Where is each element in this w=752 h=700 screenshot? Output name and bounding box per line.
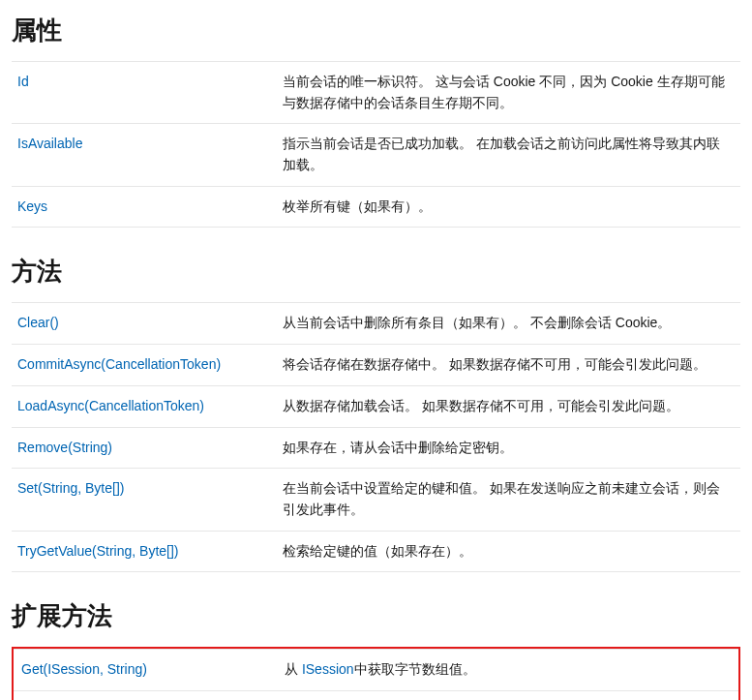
extensions-table: Get(ISession, String) 从 ISession中获取字节数组值… xyxy=(14,649,738,700)
property-link[interactable]: IsAvailable xyxy=(17,136,82,151)
method-link[interactable]: LoadAsync(CancellationToken) xyxy=(17,398,204,413)
property-desc: 指示当前会话是否已成功加载。 在加载会话之前访问此属性将导致其内联加载。 xyxy=(283,124,740,186)
isession-link[interactable]: ISession xyxy=(302,661,354,677)
table-row: Id 当前会话的唯一标识符。 这与会话 Cookie 不同，因为 Cookie … xyxy=(12,62,740,124)
table-row: Remove(String) 如果存在，请从会话中删除给定密钥。 xyxy=(12,427,740,469)
method-desc: 如果存在，请从会话中删除给定密钥。 xyxy=(283,427,740,469)
table-row: Clear() 从当前会话中删除所有条目（如果有）。 不会删除会话 Cookie… xyxy=(12,303,740,345)
method-link[interactable]: Set(String, Byte[]) xyxy=(17,480,124,496)
extension-link[interactable]: Get(ISession, String) xyxy=(21,661,147,677)
table-row: Set(String, Byte[]) 在当前会话中设置给定的键和值。 如果在发… xyxy=(12,469,740,531)
method-desc: 在当前会话中设置给定的键和值。 如果在发送响应之前未建立会话，则会引发此事件。 xyxy=(283,469,740,531)
extension-desc: 从 ISession中获取字节数组值。 xyxy=(285,650,738,691)
method-desc: 从数据存储加载会话。 如果数据存储不可用，可能会引发此问题。 xyxy=(283,385,740,427)
table-row: LoadAsync(CancellationToken) 从数据存储加载会话。 … xyxy=(12,385,740,427)
property-link[interactable]: Id xyxy=(17,74,29,89)
extension-desc: 从 ISession中获取 int 值。 xyxy=(285,690,738,700)
method-link[interactable]: CommitAsync(CancellationToken) xyxy=(17,356,221,372)
properties-table: Id 当前会话的唯一标识符。 这与会话 Cookie 不同，因为 Cookie … xyxy=(12,61,740,228)
table-row: IsAvailable 指示当前会话是否已成功加载。 在加载会话之前访问此属性将… xyxy=(12,124,740,186)
property-desc: 枚举所有键（如果有）。 xyxy=(283,186,740,228)
extensions-highlight-box: Get(ISession, String) 从 ISession中获取字节数组值… xyxy=(12,647,740,700)
method-desc: 检索给定键的值（如果存在）。 xyxy=(283,531,740,572)
property-desc: 当前会话的唯一标识符。 这与会话 Cookie 不同，因为 Cookie 生存期… xyxy=(283,62,740,124)
method-desc: 将会话存储在数据存储中。 如果数据存储不可用，可能会引发此问题。 xyxy=(283,345,740,386)
method-link[interactable]: Clear() xyxy=(17,315,59,330)
table-row: Keys 枚举所有键（如果有）。 xyxy=(12,186,740,228)
method-desc: 从当前会话中删除所有条目（如果有）。 不会删除会话 Cookie。 xyxy=(283,303,740,345)
method-link[interactable]: TryGetValue(String, Byte[]) xyxy=(17,543,179,559)
section-heading-methods: 方法 xyxy=(12,228,740,289)
section-heading-properties: 属性 xyxy=(12,8,740,47)
method-link[interactable]: Remove(String) xyxy=(17,440,112,455)
methods-table: Clear() 从当前会话中删除所有条目（如果有）。 不会删除会话 Cookie… xyxy=(12,302,740,572)
table-row: GetInt32(ISession, String) 从 ISession中获取… xyxy=(14,690,738,700)
desc-text: 中获取字节数组值。 xyxy=(354,661,476,677)
table-row: Get(ISession, String) 从 ISession中获取字节数组值… xyxy=(14,650,738,691)
desc-text: 从 xyxy=(285,661,302,677)
property-link[interactable]: Keys xyxy=(17,198,47,214)
table-row: TryGetValue(String, Byte[]) 检索给定键的值（如果存在… xyxy=(12,531,740,572)
section-heading-extensions: 扩展方法 xyxy=(12,572,740,633)
table-row: CommitAsync(CancellationToken) 将会话存储在数据存… xyxy=(12,345,740,386)
